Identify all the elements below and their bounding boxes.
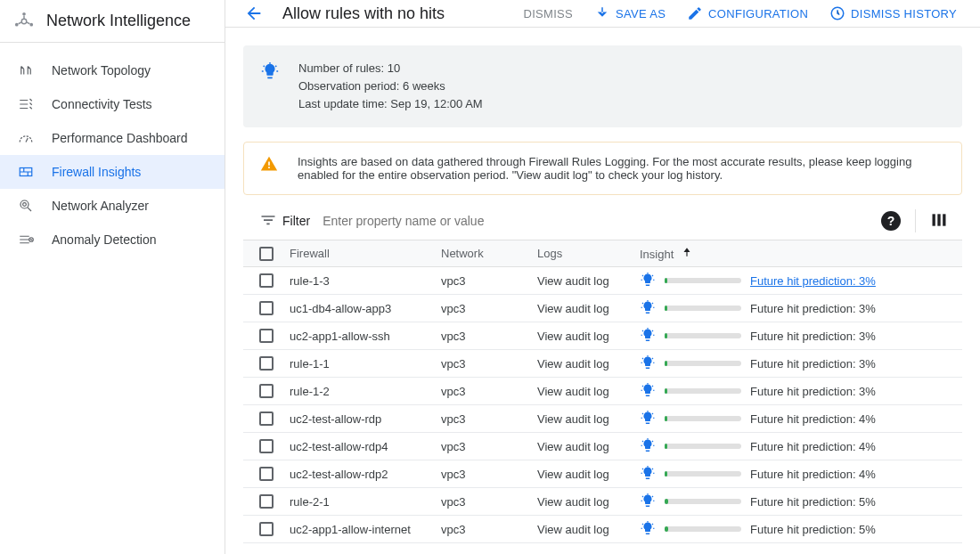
dismiss-button[interactable]: DISMISS [518, 2, 578, 26]
cell-firewall: rule-1-2 [282, 378, 434, 405]
cell-network: vpc3 [434, 433, 530, 460]
table-row: rule-1-3 vpc3 View audit log Future hit … [243, 267, 962, 295]
main-panel: Allow rules with no hits DISMISS SAVE AS… [225, 0, 980, 554]
cell-network: vpc3 [434, 488, 530, 516]
prediction-bar [665, 526, 741, 532]
prediction-text: Future hit prediction: 3% [750, 330, 876, 343]
lightbulb-icon [640, 383, 656, 399]
performance-icon [18, 130, 34, 146]
cell-firewall: uc2-app1-allow-ssh [282, 322, 434, 350]
table-row: uc1-db4-allow-app3 vpc3 View audit log F… [243, 295, 962, 322]
topology-icon [18, 62, 34, 78]
lightbulb-icon [640, 300, 656, 316]
sidebar: Network Intelligence Network Topology Co… [0, 0, 225, 554]
row-checkbox[interactable] [259, 467, 274, 481]
cell-firewall: uc2-test-allow-rdp4 [282, 433, 434, 460]
col-logs[interactable]: Logs [530, 240, 633, 267]
lightbulb-icon [640, 328, 656, 344]
cell-network: vpc3 [434, 516, 530, 543]
table-row: uc2-test-allow-rdp2 vpc3 View audit log … [243, 460, 962, 488]
row-checkbox[interactable] [259, 273, 274, 288]
info-card: Number of rules: 10 Observation period: … [243, 45, 962, 127]
sort-asc-icon [681, 248, 693, 261]
cell-firewall: rule-2-1 [282, 488, 434, 516]
view-audit-log-link[interactable]: View audit log [537, 495, 609, 509]
row-checkbox[interactable] [259, 522, 274, 536]
cell-firewall: uc1-db4-allow-app3 [282, 295, 434, 322]
help-icon[interactable]: ? [881, 211, 901, 231]
row-checkbox[interactable] [259, 411, 274, 426]
cell-network: vpc3 [434, 405, 530, 433]
cell-network: vpc3 [434, 267, 530, 295]
select-all-checkbox[interactable] [259, 247, 274, 261]
info-line: Number of rules: 10 [298, 60, 483, 77]
prediction-text: Future hit prediction: 4% [750, 468, 876, 481]
cell-firewall: rule-1-3 [282, 267, 434, 295]
prediction-bar [665, 416, 741, 421]
filter-icon [259, 212, 277, 230]
warning-icon [260, 155, 280, 175]
divider [915, 209, 916, 232]
analyzer-icon [18, 198, 34, 214]
view-audit-log-link[interactable]: View audit log [537, 302, 609, 315]
view-audit-log-link[interactable]: View audit log [537, 412, 609, 426]
view-audit-log-link[interactable]: View audit log [537, 357, 609, 371]
product-name: Network Intelligence [46, 12, 191, 30]
row-checkbox[interactable] [259, 494, 274, 509]
lightbulb-icon [640, 466, 656, 482]
prediction-bar [665, 361, 741, 366]
lightbulb-icon [640, 493, 656, 509]
prediction-bar [665, 388, 741, 394]
prediction-bar [665, 306, 741, 311]
anomaly-icon [18, 232, 34, 248]
view-audit-log-link[interactable]: View audit log [537, 330, 609, 343]
row-checkbox[interactable] [259, 384, 274, 398]
table-row: rule-1-1 vpc3 View audit log Future hit … [243, 350, 962, 378]
rules-table: Firewall Network Logs Insight rule-1-3 v… [243, 240, 962, 543]
pencil-icon [687, 5, 703, 21]
table-row: uc2-app1-allow-ssh vpc3 View audit log F… [243, 322, 962, 350]
sidebar-item-label: Connectivity Tests [52, 97, 152, 111]
sidebar-item-firewall-insights[interactable]: Firewall Insights [0, 155, 225, 189]
col-insight[interactable]: Insight [633, 240, 962, 267]
sidebar-item-label: Network Topology [52, 63, 151, 77]
product-icon [14, 12, 34, 31]
prediction-text[interactable]: Future hit prediction: 3% [750, 274, 876, 288]
lightbulb-icon [640, 411, 656, 427]
side-nav: Network Topology Connectivity Tests Perf… [0, 43, 225, 257]
sidebar-item-network-analyzer[interactable]: Network Analyzer [0, 189, 225, 223]
row-checkbox[interactable] [259, 356, 274, 371]
col-network[interactable]: Network [434, 240, 530, 267]
prediction-text: Future hit prediction: 5% [750, 523, 876, 536]
prediction-text: Future hit prediction: 3% [750, 385, 876, 398]
prediction-bar [665, 333, 741, 338]
col-firewall[interactable]: Firewall [282, 240, 434, 267]
row-checkbox[interactable] [259, 329, 274, 343]
view-audit-log-link[interactable]: View audit log [537, 440, 609, 453]
cell-firewall: uc2-test-allow-rdp2 [282, 460, 434, 488]
sidebar-item-network-topology[interactable]: Network Topology [0, 53, 225, 87]
row-checkbox[interactable] [259, 439, 274, 453]
dismiss-history-button[interactable]: DISMISS HISTORY [824, 0, 962, 27]
sidebar-item-connectivity-tests[interactable]: Connectivity Tests [0, 87, 225, 121]
prediction-text: Future hit prediction: 4% [750, 440, 876, 453]
table-row: uc2-test-allow-rdp vpc3 View audit log F… [243, 405, 962, 433]
table-row: rule-1-2 vpc3 View audit log Future hit … [243, 378, 962, 405]
lightbulb-icon [640, 355, 656, 371]
view-audit-log-link[interactable]: View audit log [537, 468, 609, 481]
view-audit-log-link[interactable]: View audit log [537, 523, 609, 536]
back-button[interactable] [243, 3, 265, 24]
row-checkbox[interactable] [259, 301, 274, 315]
columns-icon[interactable] [930, 211, 950, 231]
view-audit-log-link[interactable]: View audit log [537, 274, 609, 288]
prediction-text: Future hit prediction: 4% [750, 412, 876, 426]
sidebar-item-performance-dashboard[interactable]: Performance Dashboard [0, 121, 225, 155]
filter-input[interactable] [321, 213, 881, 229]
sidebar-item-anomaly-detection[interactable]: Anomaly Detection [0, 223, 225, 257]
topbar: Allow rules with no hits DISMISS SAVE AS… [225, 0, 980, 28]
view-audit-log-link[interactable]: View audit log [537, 385, 609, 398]
lightbulb-icon [640, 273, 656, 289]
page-title: Allow rules with no hits [282, 4, 445, 23]
configuration-button[interactable]: CONFIGURATION [682, 0, 813, 27]
save-as-button[interactable]: SAVE AS [589, 0, 671, 27]
